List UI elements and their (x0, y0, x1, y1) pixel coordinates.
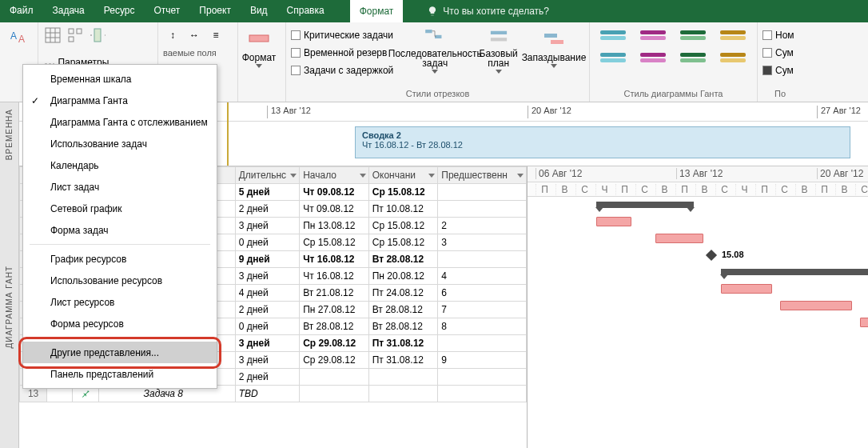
svg-text:A: A (10, 30, 17, 42)
view-item-0[interactable]: Временная шкала (23, 68, 217, 90)
pane-label-timeline[interactable]: ВРЕМЕННА (0, 102, 19, 166)
menu-file[interactable]: Файл (0, 0, 43, 22)
chk-slack[interactable]: Временной резерв (291, 45, 393, 61)
baseline-label: Базовый план (476, 49, 520, 68)
view-item-12[interactable]: Другие представления... (23, 342, 217, 363)
view-item-11[interactable]: Форма ресурсов (23, 313, 217, 334)
col-header[interactable]: Длительнс (235, 167, 300, 184)
view-dropdown: Временная шкала✓Диаграмма ГантаДиаграмма… (22, 64, 217, 389)
gantt-style-5[interactable] (596, 50, 630, 66)
chk-outline-num-label: Ном (775, 30, 794, 41)
menu-resource[interactable]: Ресурс (94, 0, 145, 22)
view-item-1[interactable]: ✓Диаграмма Ганта (23, 90, 217, 111)
tell-me-text: Что вы хотите сделать? (443, 6, 549, 17)
baseline-button[interactable]: Базовый план (476, 26, 520, 74)
gantt-bar[interactable] (780, 301, 852, 310)
gantt-bar[interactable] (721, 284, 772, 294)
col-header[interactable]: Предшественн (438, 167, 527, 184)
view-item-9[interactable]: Использование ресурсов (23, 270, 217, 291)
gantt-week: 06 Авг '12 (536, 168, 582, 179)
slippage-icon (541, 26, 567, 51)
view-item-8[interactable]: График ресурсов (23, 248, 217, 270)
gantt-style-6[interactable] (636, 50, 670, 66)
view-item-3[interactable]: Использование задач (23, 133, 217, 154)
col-icon-2[interactable]: ↔ (185, 26, 204, 45)
insert-col-button[interactable] (88, 26, 107, 45)
layout-button[interactable] (66, 26, 85, 45)
format-bar-icon (246, 26, 272, 51)
timeline-tick: 27 Авг '12 (817, 106, 861, 118)
timeline-tick: 20 Авг '12 (528, 106, 571, 118)
view-item-6[interactable]: Сетевой график (23, 198, 217, 219)
chk-sumproj-label: Сум (775, 65, 794, 76)
tell-me[interactable]: Что вы хотите сделать? (419, 0, 557, 22)
menu-project[interactable]: Проект (189, 0, 241, 22)
custom-fields-partial: ваемые поля (163, 48, 217, 58)
gridlines-button[interactable] (43, 26, 62, 45)
chk-summary-proj[interactable]: Сум (762, 62, 794, 78)
svg-rect-15 (425, 30, 432, 33)
gantt-style-7[interactable] (676, 50, 710, 66)
gantt-style-3[interactable] (676, 27, 710, 43)
tab-format[interactable]: Формат (350, 0, 404, 22)
menu-help[interactable]: Справка (277, 0, 334, 22)
pane-label-timeline-text: ВРЕМЕННА (5, 109, 14, 160)
path-icon (422, 26, 448, 47)
gantt-week: 20 Авг '12 (817, 168, 863, 179)
view-item-13[interactable]: Панель представлений (23, 363, 217, 385)
gantt-summary[interactable] (721, 269, 868, 275)
svg-text:A: A (18, 34, 25, 44)
view-item-4[interactable]: Календарь (23, 154, 217, 176)
svg-rect-17 (491, 31, 507, 34)
view-item-5[interactable]: Лист задач (23, 176, 217, 198)
gantt-style-4[interactable] (716, 27, 750, 43)
slippage-label: Запаздывание (522, 53, 587, 62)
gantt-bar[interactable] (596, 217, 631, 226)
chk-critical[interactable]: Критические задачи (291, 27, 393, 43)
dropdown-icon (551, 64, 557, 68)
view-item-7[interactable]: Форма задач (23, 219, 217, 241)
chk-sumtask-label: Сум (775, 47, 794, 58)
group-show-label: По (762, 87, 798, 100)
svg-rect-2 (46, 28, 60, 42)
text-styles-button[interactable]: AA (10, 26, 29, 45)
gantt-bar[interactable] (655, 234, 703, 243)
timeline-tick: 13 Авг '12 (267, 106, 311, 118)
gantt-summary[interactable] (596, 202, 694, 208)
chk-summary-task[interactable]: Сум (762, 45, 794, 61)
col-icon-1[interactable]: ↕ (163, 26, 182, 45)
view-item-2[interactable]: Диаграмма Ганта с отслеживанием (23, 111, 217, 133)
menu-report[interactable]: Отчет (144, 0, 189, 22)
task-path-label: Последовательность задач (388, 49, 482, 68)
gantt-week: 13 Авг '12 (676, 168, 723, 179)
col-icon-3[interactable]: ≡ (206, 26, 225, 45)
slippage-button[interactable]: Запаздывание (524, 26, 584, 74)
menu-task[interactable]: Задача (43, 0, 94, 22)
chk-late[interactable]: Задачи с задержкой (291, 62, 393, 78)
chk-slack-label: Временной резерв (304, 47, 387, 58)
task-path-button[interactable]: Последовательность задач (396, 26, 473, 74)
col-header[interactable]: Окончани (368, 167, 438, 184)
gantt-chart: 06 Авг '1213 Авг '1220 Авг '12 ПВСЧПСВПВ… (528, 166, 868, 448)
pane-label-gantt[interactable]: ДИАГРАММА ГАНТ (0, 166, 19, 448)
gantt-bar[interactable] (860, 318, 868, 327)
gantt-style-8[interactable] (716, 50, 750, 66)
col-header[interactable]: Начало (300, 167, 369, 184)
gantt-style-2[interactable] (636, 27, 670, 43)
chk-outline-num[interactable]: Ном (762, 27, 794, 43)
gantt-milestone[interactable] (706, 250, 717, 261)
dropdown-icon (496, 70, 502, 74)
timeline-band[interactable]: Сводка 2 Чт 16.08.12 - Вт 28.08.12 (355, 126, 850, 158)
chk-critical-label: Критические задачи (304, 30, 393, 41)
menu-bar: Файл Задача Ресурс Отчет Проект Вид Спра… (0, 0, 868, 22)
view-item-10[interactable]: Лист ресурсов (23, 291, 217, 313)
gantt-style-1[interactable] (596, 27, 630, 43)
group-barstyles-label: Стили отрезков (291, 87, 584, 100)
milestone-label: 15.08 (722, 250, 744, 259)
format-button[interactable]: Формат (243, 26, 275, 74)
menu-view[interactable]: Вид (241, 0, 277, 22)
gantt-week-ruler: 06 Авг '1213 Авг '1220 Авг '12 (528, 166, 868, 182)
group-ganttstyle-label: Стиль диаграммы Ганта (595, 87, 752, 100)
pane-label-gantt-text: ДИАГРАММА ГАНТ (5, 266, 14, 349)
svg-rect-20 (551, 40, 563, 44)
